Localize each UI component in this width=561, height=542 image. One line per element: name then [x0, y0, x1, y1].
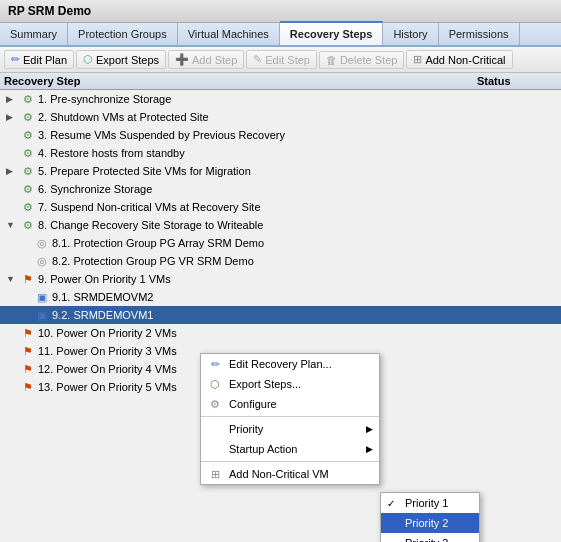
disk-icon: ◎ — [34, 254, 50, 268]
edit-recovery-plan-icon: ✏ — [207, 358, 223, 371]
priority-1-option[interactable]: ✓ Priority 1 — [381, 493, 479, 513]
delete-step-button[interactable]: 🗑 Delete Step — [319, 51, 404, 69]
table-row[interactable]: ⚙ 4. Restore hosts from standby — [0, 144, 561, 162]
vm-icon: ▣ — [34, 290, 50, 304]
edit-step-button[interactable]: ✎ Edit Step — [246, 50, 317, 69]
row-label: 11. Power On Priority 3 VMs — [38, 345, 177, 357]
flag-icon: ⚑ — [20, 326, 36, 340]
row-label: 9.2. SRMDEMOVM1 — [52, 309, 153, 321]
tab-virtual-machines[interactable]: Virtual Machines — [178, 23, 280, 45]
table-row[interactable]: ▶ ⚙ 1. Pre-synchronize Storage — [0, 90, 561, 108]
check-icon: ✓ — [387, 498, 395, 509]
expand-icon[interactable]: ▼ — [6, 220, 20, 230]
tab-protection-groups[interactable]: Protection Groups — [68, 23, 178, 45]
step-icon: ⚙ — [20, 110, 36, 124]
menu-add-non-critical-vm[interactable]: ⊞ Add Non-Critical VM — [201, 464, 379, 484]
step-icon: ⚙ — [20, 182, 36, 196]
menu-configure[interactable]: ⚙ Configure — [201, 394, 379, 414]
row-label: 8.2. Protection Group PG VR SRM Demo — [52, 255, 254, 267]
toolbar: ✏ Edit Plan ⬡ Export Steps ➕ Add Step ✎ … — [0, 47, 561, 73]
flag-icon: ⚑ — [20, 380, 36, 394]
add-nc-icon: ⊞ — [413, 53, 422, 66]
vm-icon: ▣ — [34, 308, 50, 322]
table-row[interactable]: ◎ 8.1. Protection Group PG Array SRM Dem… — [0, 234, 561, 252]
row-label: 13. Power On Priority 5 VMs — [38, 381, 177, 393]
priority-3-option[interactable]: Priority 3 — [381, 533, 479, 542]
export-steps-button[interactable]: ⬡ Export Steps — [76, 50, 166, 69]
priority-2-option[interactable]: Priority 2 — [381, 513, 479, 533]
tab-summary[interactable]: Summary — [0, 23, 68, 45]
expand-icon[interactable]: ▶ — [6, 94, 20, 104]
menu-separator-2 — [201, 461, 379, 462]
row-label: 5. Prepare Protected Site VMs for Migrat… — [38, 165, 251, 177]
row-label: 8. Change Recovery Site Storage to Write… — [38, 219, 263, 231]
step-icon: ⚙ — [20, 200, 36, 214]
table-row[interactable]: ▶ ⚙ 5. Prepare Protected Site VMs for Mi… — [0, 162, 561, 180]
row-label: 3. Resume VMs Suspended by Previous Reco… — [38, 129, 285, 141]
expand-icon[interactable]: ▶ — [6, 166, 20, 176]
disk-icon: ◎ — [34, 236, 50, 250]
flag-icon: ⚑ — [20, 272, 36, 286]
context-menu: ✏ Edit Recovery Plan... ⬡ Export Steps..… — [200, 353, 380, 485]
expand-icon[interactable]: ▶ — [6, 112, 20, 122]
tree-header: Recovery Step Status — [0, 73, 561, 90]
tab-recovery-steps[interactable]: Recovery Steps — [280, 21, 384, 45]
step-icon: ⚙ — [20, 218, 36, 232]
add-step-icon: ➕ — [175, 53, 189, 66]
edit-plan-icon: ✏ — [11, 53, 20, 66]
add-step-button[interactable]: ➕ Add Step — [168, 50, 244, 69]
delete-step-icon: 🗑 — [326, 54, 337, 66]
export-steps-icon: ⬡ — [83, 53, 93, 66]
table-row[interactable]: ⚙ 7. Suspend Non-critical VMs at Recover… — [0, 198, 561, 216]
col-recovery-step: Recovery Step — [4, 75, 477, 87]
priority-submenu: ✓ Priority 1 Priority 2 Priority 3 Prior… — [380, 492, 480, 542]
row-label: 9.1. SRMDEMOVM2 — [52, 291, 153, 303]
step-icon: ⚙ — [20, 164, 36, 178]
row-label: 7. Suspend Non-critical VMs at Recovery … — [38, 201, 261, 213]
flag-icon: ⚑ — [20, 362, 36, 376]
menu-priority[interactable]: Priority — [201, 419, 379, 439]
table-row[interactable]: ▶ ⚙ 2. Shutdown VMs at Protected Site — [0, 108, 561, 126]
row-label: 2. Shutdown VMs at Protected Site — [38, 111, 209, 123]
menu-export-steps[interactable]: ⬡ Export Steps... — [201, 374, 379, 394]
step-icon: ⚙ — [20, 128, 36, 142]
col-status: Status — [477, 75, 557, 87]
row-label: 1. Pre-synchronize Storage — [38, 93, 171, 105]
tab-history[interactable]: History — [383, 23, 438, 45]
app-title: RP SRM Demo — [8, 4, 91, 18]
table-row[interactable]: ◎ 8.2. Protection Group PG VR SRM Demo — [0, 252, 561, 270]
row-label: 8.1. Protection Group PG Array SRM Demo — [52, 237, 264, 249]
table-row[interactable]: ⚙ 3. Resume VMs Suspended by Previous Re… — [0, 126, 561, 144]
table-row[interactable]: ▼ ⚑ 9. Power On Priority 1 VMs — [0, 270, 561, 288]
row-label: 4. Restore hosts from standby — [38, 147, 185, 159]
menu-edit-recovery-plan[interactable]: ✏ Edit Recovery Plan... — [201, 354, 379, 374]
row-label: 9. Power On Priority 1 VMs — [38, 273, 171, 285]
tab-permissions[interactable]: Permissions — [439, 23, 520, 45]
main-content: Recovery Step Status ▶ ⚙ 1. Pre-synchron… — [0, 73, 561, 523]
edit-plan-button[interactable]: ✏ Edit Plan — [4, 50, 74, 69]
row-label: 6. Synchronize Storage — [38, 183, 152, 195]
menu-startup-action[interactable]: Startup Action — [201, 439, 379, 459]
row-label: 12. Power On Priority 4 VMs — [38, 363, 177, 375]
row-label: 10. Power On Priority 2 VMs — [38, 327, 177, 339]
step-icon: ⚙ — [20, 92, 36, 106]
add-non-critical-button[interactable]: ⊞ Add Non-Critical — [406, 50, 512, 69]
step-icon: ⚙ — [20, 146, 36, 160]
menu-separator — [201, 416, 379, 417]
tab-bar: Summary Protection Groups Virtual Machin… — [0, 23, 561, 47]
add-nc-vm-icon: ⊞ — [207, 468, 223, 481]
title-bar: RP SRM Demo — [0, 0, 561, 23]
configure-icon: ⚙ — [207, 398, 223, 411]
table-row[interactable]: ▣ 9.2. SRMDEMOVM1 — [0, 306, 561, 324]
table-row[interactable]: ▼ ⚙ 8. Change Recovery Site Storage to W… — [0, 216, 561, 234]
table-row[interactable]: ▣ 9.1. SRMDEMOVM2 — [0, 288, 561, 306]
export-steps-menu-icon: ⬡ — [207, 378, 223, 391]
table-row[interactable]: ⚙ 6. Synchronize Storage — [0, 180, 561, 198]
table-row[interactable]: ⚑ 10. Power On Priority 2 VMs — [0, 324, 561, 342]
expand-icon[interactable]: ▼ — [6, 274, 20, 284]
edit-step-icon: ✎ — [253, 53, 262, 66]
flag-icon: ⚑ — [20, 344, 36, 358]
